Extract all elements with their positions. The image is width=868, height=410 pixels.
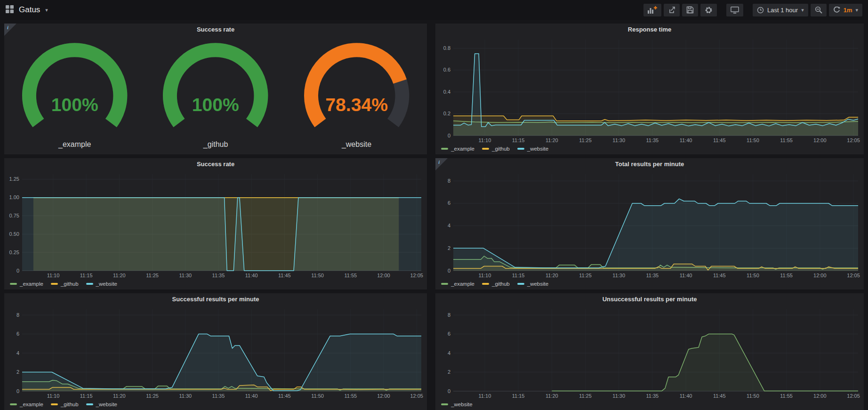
panel-title[interactable]: Response time (435, 24, 864, 36)
svg-text:12:05: 12:05 (410, 393, 423, 399)
legend-item[interactable]: _github (51, 402, 79, 407)
svg-text:11:30: 11:30 (612, 273, 625, 278)
panel-title[interactable]: Unsuccessful results per minute (435, 293, 864, 305)
zoom-out-icon (815, 6, 822, 14)
svg-text:0: 0 (16, 388, 19, 394)
svg-text:11:45: 11:45 (278, 273, 291, 278)
panel-title[interactable]: Success rate (4, 158, 427, 170)
time-series-chart[interactable]: 11:1011:1511:2011:2511:3011:3511:4011:45… (5, 305, 425, 400)
legend-item[interactable]: _github (51, 281, 79, 287)
gauge-label: _example (58, 140, 91, 153)
svg-text:2: 2 (448, 245, 450, 251)
svg-text:11:25: 11:25 (579, 273, 592, 278)
panel-title[interactable]: Success rate (4, 24, 427, 36)
legend-swatch (482, 283, 489, 285)
legend-item[interactable]: _example (10, 281, 43, 287)
gauge-label: _website (342, 140, 371, 153)
svg-text:11:15: 11:15 (512, 273, 525, 278)
gauge: 78.34%_website (286, 36, 427, 153)
svg-text:12:00: 12:00 (813, 393, 827, 399)
svg-text:6: 6 (448, 331, 450, 337)
svg-text:1.25: 1.25 (9, 176, 19, 182)
legend-label: _website (527, 146, 548, 152)
legend-label: _github (492, 146, 510, 152)
svg-text:11:20: 11:20 (546, 273, 558, 278)
legend-item[interactable]: _example (441, 146, 474, 152)
legend-item[interactable]: _example (441, 281, 474, 287)
legend-swatch (441, 283, 448, 285)
panel-info-icon[interactable]: i (4, 24, 16, 36)
legend-item[interactable]: _example (10, 402, 43, 407)
share-button[interactable] (664, 4, 680, 16)
legend-label: _github (61, 281, 79, 287)
time-series-chart[interactable]: 11:1011:1511:2011:2511:3011:3511:4011:45… (5, 170, 425, 279)
legend-item[interactable]: _website (517, 281, 548, 287)
legend-item[interactable]: _website (517, 146, 548, 152)
dashboards-grid-icon[interactable] (6, 5, 14, 15)
legend-item[interactable]: _website (441, 402, 472, 407)
settings-button[interactable] (700, 4, 717, 16)
gauge-value: 100% (51, 95, 98, 115)
chevron-down-icon[interactable]: ▾ (45, 7, 48, 13)
dashboard-grid: i Success rate 100%_example100%_github78… (0, 20, 868, 410)
panel-info-icon[interactable]: i (435, 158, 448, 170)
panel-title[interactable]: Successful results per minute (4, 293, 427, 305)
svg-text:11:25: 11:25 (146, 393, 159, 399)
svg-text:11:15: 11:15 (512, 393, 525, 399)
svg-text:0.25: 0.25 (9, 249, 19, 255)
svg-text:2: 2 (448, 369, 450, 375)
settings-gear-icon (705, 6, 713, 14)
legend-label: _example (451, 281, 474, 287)
svg-text:12:05: 12:05 (410, 273, 423, 278)
legend-swatch (51, 403, 58, 405)
time-series-chart[interactable]: 11:1011:1511:2011:2511:3011:3511:4011:45… (436, 170, 862, 279)
svg-text:11:15: 11:15 (512, 137, 525, 143)
svg-text:11:30: 11:30 (612, 137, 625, 143)
legend-swatch (517, 148, 524, 150)
panel-successful-results: Successful results per minute 11:1011:15… (4, 293, 427, 410)
panel-unsuccessful-results: Unsuccessful results per minute 11:1011:… (435, 293, 864, 410)
svg-text:11:20: 11:20 (113, 393, 126, 399)
time-range-button[interactable]: Last 1 hour ▾ (753, 4, 808, 16)
svg-text:0: 0 (16, 268, 19, 273)
save-button[interactable] (682, 4, 698, 16)
tv-mode-button[interactable] (726, 4, 743, 16)
svg-text:11:50: 11:50 (747, 393, 759, 399)
svg-text:12:00: 12:00 (813, 137, 827, 143)
svg-text:11:50: 11:50 (747, 137, 759, 143)
svg-text:11:20: 11:20 (113, 273, 126, 278)
svg-text:11:50: 11:50 (311, 393, 324, 399)
refresh-button[interactable]: 1m ▾ (829, 4, 862, 16)
panel-success-rate-gauges: i Success rate 100%_example100%_github78… (4, 24, 427, 154)
refresh-icon (833, 7, 840, 14)
legend-item[interactable]: _github (482, 146, 510, 152)
svg-text:12:00: 12:00 (813, 273, 827, 278)
svg-text:0.6: 0.6 (443, 67, 450, 72)
svg-text:11:55: 11:55 (344, 393, 357, 399)
legend-item[interactable]: _website (86, 281, 117, 287)
legend-label: _website (96, 402, 117, 407)
panel-title[interactable]: Total results per minute (435, 158, 864, 170)
gauge: 100%_example (4, 36, 145, 153)
legend-swatch (86, 403, 93, 405)
svg-text:11:45: 11:45 (713, 273, 726, 278)
svg-text:6: 6 (16, 331, 19, 337)
add-panel-button[interactable] (643, 4, 661, 16)
time-series-chart[interactable]: 11:1011:1511:2011:2511:3011:3511:4011:45… (436, 36, 862, 144)
gauge-group: 100%_example100%_github78.34%_website (4, 36, 427, 153)
svg-text:4: 4 (16, 350, 19, 356)
chart-legend: _website (441, 400, 472, 409)
svg-text:8: 8 (448, 178, 450, 184)
legend-label: _website (527, 281, 548, 287)
svg-text:11:35: 11:35 (646, 393, 659, 399)
legend-item[interactable]: _website (86, 402, 117, 407)
dashboard-title[interactable]: Gatus (19, 5, 40, 15)
zoom-out-button[interactable] (811, 4, 827, 16)
svg-text:12:00: 12:00 (377, 273, 390, 278)
svg-text:11:50: 11:50 (747, 273, 759, 278)
svg-text:11:40: 11:40 (245, 273, 258, 278)
legend-item[interactable]: _github (482, 281, 510, 287)
svg-text:11:40: 11:40 (680, 273, 692, 278)
chevron-down-icon: ▾ (855, 7, 858, 13)
time-series-chart[interactable]: 11:1011:1511:2011:2511:3011:3511:4011:45… (436, 305, 862, 400)
